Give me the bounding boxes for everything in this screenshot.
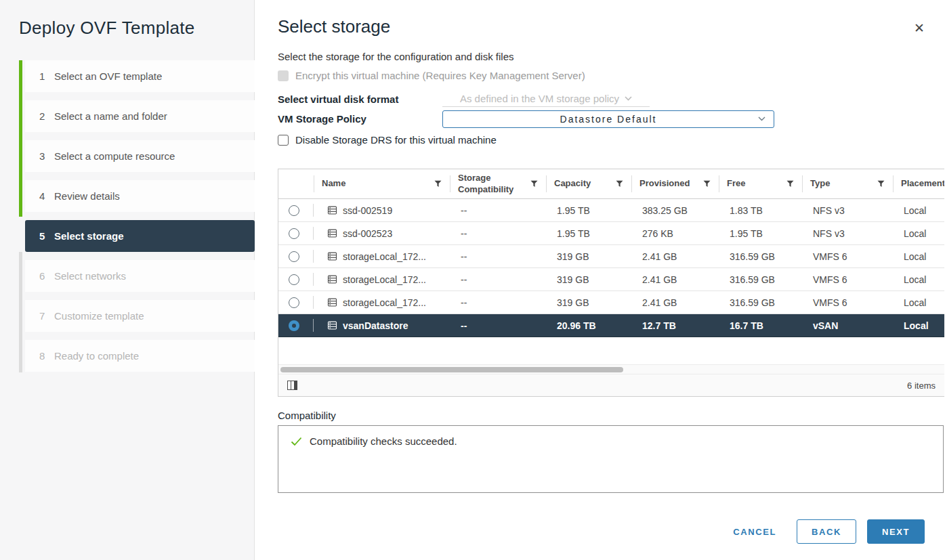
progress-rail-completed [19, 60, 22, 217]
wizard-actions: CANCEL BACK NEXT [278, 519, 945, 544]
close-icon[interactable]: ✕ [906, 16, 933, 40]
cell-free: 316.59 GB [719, 268, 802, 290]
row-radio[interactable] [289, 228, 299, 239]
datastore-name: storageLocal_172... [343, 251, 426, 262]
row-radio[interactable] [289, 205, 299, 216]
cell-placement: Local [893, 222, 944, 244]
compatibility-message: Compatibility checks succeeded. [310, 435, 457, 447]
wizard-step-6[interactable]: 6 Select networks [25, 260, 255, 292]
wizard-step-4[interactable]: 4 Review details [25, 180, 255, 212]
progress-rail-remaining [19, 252, 22, 372]
cell-type: VMFS 6 [802, 291, 893, 314]
cell-placement: Local [893, 291, 944, 314]
column-settings-icon[interactable] [287, 381, 297, 390]
wizard-step-3[interactable]: 3 Select a compute resource [25, 140, 255, 172]
datastore-table-body: ssd-002519 -- 1.95 TB 383.25 GB 1.83 TB … [278, 199, 944, 337]
filter-icon[interactable] [703, 180, 711, 188]
cell-type: vSAN [802, 314, 893, 337]
step-number: 5 [39, 230, 54, 242]
column-header-name: Name [314, 169, 450, 198]
step-number: 4 [39, 190, 54, 202]
column-label: Placement [901, 178, 944, 189]
wizard-step-7[interactable]: 7 Customize template [25, 300, 255, 332]
table-row[interactable]: storageLocal_172... -- 319 GB 2.41 GB 31… [278, 245, 944, 268]
cell-capacity: 1.95 TB [546, 222, 631, 244]
wizard-step-1[interactable]: 1 Select an OVF template [25, 60, 255, 92]
datastore-table-header: Name Storage Compatibility Capacity Prov… [278, 169, 944, 199]
datastore-icon [327, 274, 337, 284]
cell-capacity: 319 GB [546, 245, 631, 267]
filter-icon[interactable] [877, 180, 885, 188]
cell-provisioned: 2.41 GB [631, 245, 719, 267]
column-label: Name [322, 178, 345, 189]
row-radio[interactable] [289, 297, 299, 308]
cell-free: 1.95 TB [719, 222, 802, 244]
datastore-icon [327, 320, 337, 330]
datastore-table: Name Storage Compatibility Capacity Prov… [278, 169, 944, 397]
step-number: 7 [39, 310, 54, 322]
step-number: 6 [39, 270, 54, 282]
table-row[interactable]: storageLocal_172... -- 319 GB 2.41 GB 31… [278, 268, 944, 291]
step-label: Review details [54, 190, 120, 202]
filter-icon[interactable] [616, 180, 623, 188]
wizard-sidebar: Deploy OVF Template 1 Select an OVF temp… [0, 0, 255, 560]
column-divider [313, 296, 314, 309]
wizard-steps: 1 Select an OVF template 2 Select a name… [0, 60, 254, 372]
cell-storage-compatibility: -- [450, 268, 546, 290]
wizard-step-2[interactable]: 2 Select a name and folder [25, 100, 255, 132]
cell-storage-compatibility: -- [450, 222, 546, 244]
select-storage-panel: Select storage ✕ Select the storage for … [255, 0, 945, 560]
cell-placement: Local [893, 245, 944, 267]
table-footer: 6 items [278, 374, 944, 396]
success-check-icon [291, 437, 302, 446]
filter-icon[interactable] [434, 180, 442, 188]
datastore-name: vsanDatastore [343, 320, 408, 331]
step-number: 1 [39, 70, 54, 82]
row-radio[interactable] [289, 251, 299, 262]
encrypt-checkbox [278, 70, 289, 81]
cell-storage-compatibility: -- [450, 291, 546, 314]
row-radio[interactable] [289, 274, 299, 285]
datastore-icon [327, 251, 337, 261]
table-empty-space [278, 337, 944, 364]
column-label: Provisioned [639, 178, 690, 189]
back-button[interactable]: BACK [797, 519, 856, 544]
page-subtitle: Select the storage for the configuration… [278, 51, 945, 62]
cell-free: 16.7 TB [719, 314, 802, 337]
column-divider [313, 319, 314, 332]
datastore-name: storageLocal_172... [343, 297, 426, 308]
datastore-name: ssd-002519 [343, 205, 392, 216]
cell-placement: Local [893, 199, 944, 221]
cell-type: VMFS 6 [802, 245, 893, 267]
table-row[interactable]: vsanDatastore -- 20.96 TB 12.7 TB 16.7 T… [278, 314, 944, 337]
table-row[interactable]: storageLocal_172... -- 319 GB 2.41 GB 31… [278, 291, 944, 314]
wizard-step-8[interactable]: 8 Ready to complete [25, 340, 255, 372]
scrollbar-thumb[interactable] [280, 367, 623, 372]
table-row[interactable]: ssd-002523 -- 1.95 TB 276 KB 1.95 TB NFS… [278, 222, 944, 245]
cell-placement: Local [893, 268, 944, 290]
step-label: Select storage [54, 230, 124, 242]
datastore-icon [327, 228, 337, 238]
step-number: 8 [39, 350, 54, 362]
column-divider [313, 227, 314, 240]
wizard-step-5[interactable]: 5 Select storage [25, 220, 255, 252]
filter-icon[interactable] [786, 180, 794, 188]
cell-storage-compatibility: -- [450, 199, 546, 221]
filter-icon[interactable] [530, 180, 538, 188]
next-button[interactable]: NEXT [867, 519, 925, 544]
horizontal-scrollbar[interactable] [278, 364, 944, 374]
cell-capacity: 319 GB [546, 268, 631, 290]
cell-free: 1.83 TB [719, 199, 802, 221]
cell-type: VMFS 6 [802, 268, 893, 290]
disable-drs-checkbox[interactable] [278, 135, 289, 146]
cell-placement: Local [893, 314, 944, 337]
row-radio[interactable] [289, 320, 299, 331]
column-header-provisioned: Provisioned [631, 169, 719, 198]
storage-policy-select[interactable]: Datastore Default [442, 110, 774, 128]
table-row[interactable]: ssd-002519 -- 1.95 TB 383.25 GB 1.83 TB … [278, 199, 944, 222]
storage-policy-label: VM Storage Policy [278, 113, 442, 125]
column-header-free: Free [719, 169, 802, 198]
encrypt-label: Encrypt this virtual machine (Requires K… [295, 70, 585, 81]
cancel-button[interactable]: CANCEL [723, 519, 786, 544]
step-label: Select an OVF template [54, 70, 162, 82]
